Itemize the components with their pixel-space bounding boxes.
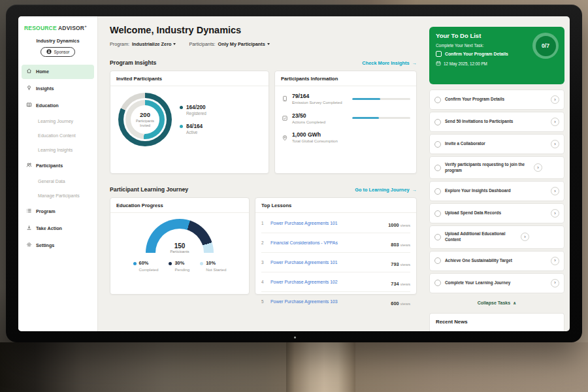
sidebar-item-manage-participants[interactable]: Manage Participants bbox=[22, 190, 94, 202]
todo-summary-card: Your To Do List Complete Your Next Task:… bbox=[429, 27, 564, 84]
chevron-right-icon[interactable]: › bbox=[551, 118, 559, 126]
legend-dot bbox=[200, 262, 203, 265]
invited-participants-card: Invited Participants 200 Participants In… bbox=[110, 71, 269, 174]
invited-card-title: Invited Participants bbox=[110, 71, 269, 86]
lesson-link[interactable]: Power Purchase Agreements 102 bbox=[270, 280, 386, 284]
lesson-row: 1 Power Purchase Agreements 101 1000view… bbox=[261, 214, 410, 233]
task-checkbox[interactable] bbox=[434, 119, 441, 125]
lessons-card-title: Top Lessons bbox=[255, 198, 416, 213]
sidebar-item-take-action[interactable]: Take Action bbox=[22, 221, 94, 236]
go-to-learning-journey-link[interactable]: Go to Learning Journey → bbox=[355, 187, 417, 193]
sidebar-item-participants[interactable]: Participants bbox=[22, 159, 94, 173]
todo-task[interactable]: Upload Spend Data Records › bbox=[429, 203, 564, 223]
lesson-link[interactable]: Power Purchase Agreements 101 bbox=[270, 221, 384, 225]
chevron-right-icon[interactable]: › bbox=[551, 279, 559, 287]
todo-task[interactable]: Explore Your Insights Dashboard › bbox=[429, 181, 564, 201]
participants-icon bbox=[26, 162, 32, 169]
education-gauge-chart: 150 Participants bbox=[146, 219, 214, 253]
todo-task[interactable]: Verify participants requesting to join t… bbox=[429, 156, 564, 179]
chevron-right-icon[interactable]: › bbox=[534, 163, 542, 172]
org-name: Industry Dynamics bbox=[18, 38, 97, 44]
check-more-insights-link[interactable]: Check More Insights → bbox=[362, 60, 417, 66]
invited-donut-chart: 200 Participants Invited bbox=[118, 93, 172, 146]
arrow-right-icon: → bbox=[412, 187, 417, 193]
legend-item-pending: 30% Pending bbox=[169, 260, 189, 272]
home-icon bbox=[26, 68, 32, 75]
todo-task[interactable]: Confirm Your Program Details › bbox=[429, 90, 564, 110]
actions-icon bbox=[281, 115, 288, 122]
task-checkbox[interactable] bbox=[434, 165, 441, 171]
collapse-tasks-link[interactable]: Collapse Tasks ∧ bbox=[429, 301, 564, 306]
chevron-right-icon[interactable]: › bbox=[551, 140, 559, 148]
sidebar-item-education-content[interactable]: Education Content bbox=[22, 130, 94, 142]
consumption-icon bbox=[281, 135, 288, 141]
legend-item-completed: 60% Completed bbox=[133, 260, 159, 272]
sidebar-item-label: Participants bbox=[36, 163, 63, 169]
lesson-row: 2 Financial Considerations - VPPAs 803vi… bbox=[261, 233, 410, 253]
task-checkbox[interactable] bbox=[434, 280, 441, 286]
program-filter-dropdown[interactable]: Industrialize Zero bbox=[132, 41, 176, 47]
task-checkbox[interactable] bbox=[434, 188, 441, 195]
lesson-row: 4 Power Purchase Agreements 102 734views bbox=[261, 272, 410, 292]
todo-task-list: Confirm Your Program Details › Send 50 I… bbox=[429, 90, 564, 295]
donut-legend: 164/200 Registered 84/164 Active bbox=[180, 105, 206, 135]
monitor-bezel: RESOURCE ADVISOR+ Industry Dynamics Spon… bbox=[6, 5, 582, 342]
education-card-title: Education Progress bbox=[110, 198, 249, 213]
lesson-link[interactable]: Power Purchase Agreements 103 bbox=[270, 299, 386, 304]
sidebar-item-education[interactable]: Education bbox=[22, 99, 94, 113]
chevron-right-icon[interactable]: › bbox=[551, 187, 559, 195]
sidebar-item-settings[interactable]: Settings bbox=[22, 238, 94, 253]
chevron-right-icon[interactable]: › bbox=[551, 95, 559, 104]
program-insights-title: Program Insights bbox=[110, 59, 156, 66]
arrow-right-icon: → bbox=[412, 60, 417, 66]
chevron-right-icon[interactable]: › bbox=[551, 209, 559, 218]
participants-filter-dropdown[interactable]: Only My Participants bbox=[218, 41, 270, 47]
todo-task[interactable]: Achieve One Sustainability Target › bbox=[429, 251, 564, 271]
todo-task[interactable]: Upload Additional Educational Content › bbox=[429, 225, 564, 248]
sidebar-item-home[interactable]: Home bbox=[22, 65, 94, 79]
lesson-link[interactable]: Financial Considerations - VPPAs bbox=[270, 240, 386, 245]
program-filter: Program: Industrialize Zero bbox=[110, 41, 176, 47]
sidebar-item-label: Insights bbox=[36, 86, 54, 91]
donut-center-label: Participants Invited bbox=[133, 119, 157, 128]
lessons-list: 1 Power Purchase Agreements 101 1000view… bbox=[255, 213, 416, 311]
program-icon bbox=[26, 208, 32, 215]
emission-progress-bar bbox=[352, 98, 410, 100]
sidebar: RESOURCE ADVISOR+ Industry Dynamics Spon… bbox=[18, 16, 98, 331]
education-progress-card: Education Progress 150 Participants bbox=[110, 197, 250, 295]
chevron-right-icon[interactable]: › bbox=[521, 233, 529, 241]
checkbox-icon[interactable] bbox=[436, 51, 442, 57]
todo-task[interactable]: Invite a Collaborator › bbox=[429, 134, 564, 154]
power-led bbox=[294, 336, 296, 338]
gauge-center-value: 150 bbox=[146, 242, 214, 250]
sponsor-badge[interactable]: Sponsor bbox=[41, 47, 76, 57]
task-checkbox[interactable] bbox=[434, 141, 441, 148]
task-checkbox[interactable] bbox=[434, 257, 441, 264]
legend-dot bbox=[133, 262, 137, 265]
todo-task[interactable]: Complete Your Learning Journey › bbox=[429, 273, 564, 293]
legend-dot bbox=[169, 262, 172, 265]
task-checkbox[interactable] bbox=[434, 97, 441, 103]
chevron-right-icon[interactable]: › bbox=[551, 257, 559, 265]
program-insights-cards: Invited Participants 200 Participants In… bbox=[110, 71, 417, 174]
survey-icon bbox=[281, 95, 288, 102]
monitor-stand bbox=[286, 342, 355, 392]
lesson-link[interactable]: Power Purchase Agreements 101 bbox=[270, 260, 386, 265]
todo-task[interactable]: Send 50 Invitations to Participants › bbox=[429, 112, 564, 132]
task-checkbox[interactable] bbox=[434, 234, 441, 240]
sidebar-item-program[interactable]: Program bbox=[22, 204, 94, 219]
logo-secondary: ADVISOR bbox=[58, 25, 84, 31]
learning-journey-header: Participant Learning Journey Go to Learn… bbox=[110, 186, 417, 193]
task-checkbox[interactable] bbox=[434, 210, 441, 217]
sidebar-item-learning-journey[interactable]: Learning Journey bbox=[22, 116, 94, 127]
actions-progress-bar bbox=[352, 117, 410, 119]
sidebar-nav: Home Insights Education Learning Journey… bbox=[18, 65, 97, 253]
logo-plus: + bbox=[84, 24, 87, 28]
filters-row: Program: Industrialize Zero Participants… bbox=[110, 41, 417, 47]
sidebar-item-general-data[interactable]: General Data bbox=[22, 176, 94, 188]
sidebar-item-learning-insights[interactable]: Learning Insights bbox=[22, 144, 94, 156]
sidebar-item-label: Education bbox=[36, 103, 59, 108]
sidebar-item-insights[interactable]: Insights bbox=[22, 82, 94, 96]
legend-item-active: 84/164 Active bbox=[180, 123, 206, 135]
chevron-down-icon bbox=[267, 43, 270, 45]
